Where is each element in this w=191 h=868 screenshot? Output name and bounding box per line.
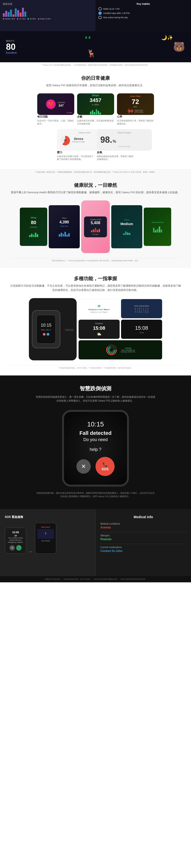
- medical-conditions-label: Medical conditions: [101, 523, 187, 525]
- daily-health-subtitle: 使用 Galaxy Fit3 追蹤你的日常健康，從每日活動到血氧偵測，維持高品質…: [9, 83, 182, 88]
- feature-label-heartrate: 心率: [117, 115, 154, 119]
- legend-val-deep: 1h 8m: [45, 18, 51, 20]
- sp4-value: Medium: [121, 222, 133, 226]
- legend-label-awake: Awake: [5, 18, 11, 20]
- feature-item-daily-activity: ❤️ Calories 247 87 bpm 每日活動 包含步行一天的卡路里、心…: [37, 93, 74, 125]
- fall-sos-button[interactable]: 📞 SOS: [96, 457, 115, 476]
- score-text: Excellent: [6, 51, 76, 54]
- sos-watch1-text: Your location will be shared with your e…: [7, 537, 24, 543]
- hr-waveform: Higher thanlast reading: [128, 109, 143, 114]
- fmc-activity-sub: Move 320/400 cal: [121, 349, 136, 351]
- score-label: 睡眠評分: [6, 39, 76, 42]
- fmc-calendar: MTWTFSS 1234567 891011121314: [135, 308, 149, 313]
- sleep-bar-8: [20, 12, 22, 17]
- medical-title: Medical info: [101, 515, 187, 519]
- habit-circle-3: [99, 16, 102, 19]
- arrow-icon: →: [29, 550, 33, 554]
- stress-info: Stress Medium-high: [72, 137, 85, 143]
- feature-label-steps: 步數: [77, 115, 114, 119]
- deer-icon: 🦌: [87, 49, 96, 58]
- habit-circle-1: [99, 7, 102, 10]
- sos-phone-icon: 📞: [103, 462, 108, 467]
- sleep-score-section: 睡眠評分 80 Excellent 🌙✨ 🦌 🐻 🌲🌲: [0, 31, 191, 62]
- spo2-sub: Normal range: [100, 145, 149, 148]
- feature-mini-card-activity: Activity Move 320/400 cal Exercise 25/30…: [79, 340, 162, 360]
- fmc-activity-content: Activity Move 320/400 cal Exercise 25/30…: [106, 344, 136, 356]
- bottom-footnote: * 圖像用於示範說明用。 * 功能及規格如有更改，恕不另行通知。 * 某些功能可…: [0, 576, 191, 583]
- habit-item-2: Avoided naps after 1:30 PM: [99, 11, 188, 15]
- fall-buttons: ✕ 📞 SOS: [76, 457, 115, 476]
- heart-stats: Calories 247: [57, 101, 65, 107]
- sos-title: SOS 緊急服務: [5, 515, 91, 519]
- wave-3: [130, 110, 130, 112]
- legend-label-deep: Deep: [40, 18, 45, 20]
- health-status-subtitle: 透過手機上的 Samsung Health 應用程式可以更了解您的運動數據、健康…: [9, 190, 182, 195]
- sp1-score: 80: [31, 220, 36, 225]
- wave-1: [128, 111, 128, 112]
- hr-label: Heart Rate: [130, 95, 141, 97]
- medical-divider-1: [101, 532, 187, 532]
- feature-item-stress: Stress Level 45 Stress Medium-high 壓力 記錄…: [57, 129, 94, 161]
- sp4-label: Stress: [124, 219, 130, 221]
- sos-watch1-line2: 19: [14, 534, 17, 537]
- hr-unit: bpm: [133, 105, 137, 108]
- mf-footnote-text: ***功能及規格如有更改，恕不另行通知。*TC指定供電適用。*TC地區限制適用。…: [58, 367, 133, 369]
- moon-stars-icon: 🌙✨: [161, 35, 173, 40]
- feature-mini-card-weather: Weather 15:08 ⛅: [79, 320, 120, 339]
- sos-watch2-alert: SOS Alert: [41, 526, 50, 528]
- sleep-bar-6: [15, 8, 17, 17]
- feature-desc-stress: 記錄你每天的壓力程度，可以更有效了解下面的壓力與回應措施。: [57, 155, 94, 161]
- sleep-bars-chart: [3, 7, 92, 17]
- pww-chart: [86, 225, 105, 232]
- score-value: 80: [6, 42, 76, 51]
- habit-label-3: Was active during the day: [103, 16, 128, 19]
- habit-label-1: Wake up at 7 AM: [103, 8, 119, 10]
- fall-watch-container: 10:15 Fall detected Do you need help ? ✕…: [9, 410, 182, 487]
- watch-label: 家教消息: [61, 329, 74, 332]
- phone-watch-widget: Galaxy Fit3 5,408 32 bpm: [84, 216, 107, 237]
- feature-desc-steps: 記錄你每天的步數，並且讓您輕鬆達成日常健康目標。: [77, 119, 114, 125]
- screen-placeholder-5: WorkoutsPaid: [144, 208, 171, 246]
- key-habits-section: Key habits Wake up at 7 AM Avoided naps …: [96, 0, 191, 31]
- feature-label-activity: 每日活動: [37, 115, 74, 119]
- sp2-steps: 4,390: [60, 220, 69, 224]
- fall-cancel-button[interactable]: ✕: [76, 459, 91, 474]
- daily-health-title: 你的日常健康: [9, 75, 182, 82]
- steps-bar-1: [90, 112, 91, 115]
- footnote-daily-health: ***此資訊僅供一般資訊目的，不應被視為醫療建議。在改變您的健康計劃之前，請諮詢…: [35, 171, 156, 173]
- spo2-value-row: 98. %: [100, 135, 149, 145]
- pww-label: Galaxy Fit3: [86, 218, 105, 221]
- map-icon: 📍: [44, 532, 47, 535]
- feature-card-steps: Steps 3457 4.18km: [77, 93, 114, 115]
- steps-bar-6: [100, 113, 101, 115]
- medical-right: Medical info Medical conditions Anemia A…: [96, 509, 191, 576]
- fmc-sos-month: SOS December: [134, 305, 149, 307]
- health-screen-5: WorkoutsPaid: [144, 208, 171, 246]
- hr-value: 72: [131, 98, 139, 105]
- stress-sub: Medium-high: [72, 141, 85, 143]
- legend-val-awake: 30m: [11, 18, 15, 20]
- bottom-footnote-text: * 圖像用於示範說明用。 * 功能及規格如有更改，恕不另行通知。 * 某些功能可…: [44, 578, 147, 580]
- sos-call-btn[interactable]: 📞: [16, 545, 22, 551]
- sleep-bar-9: [22, 8, 24, 17]
- watch-icon-activity: ↑: [46, 333, 49, 336]
- fmc-activity-stats: Activity Move 320/400 cal Exercise 25/30…: [121, 347, 136, 353]
- legend-dot-rem: [28, 18, 29, 20]
- fmc-map-icon: 🗺️: [98, 305, 101, 308]
- watch-icons-row: ♥ ↑: [43, 333, 49, 336]
- watch-time-display: 10:15: [41, 323, 51, 328]
- legend-dot-awake: [3, 18, 4, 20]
- sos-left: SOS 緊急服務 10:08 19 Your location will be …: [0, 509, 96, 576]
- feature-cards-row-1: ❤️ Calories 247 87 bpm 每日活動 包含步行一天的卡路里、心…: [9, 93, 182, 125]
- sos-cancel-btn[interactable]: ✕: [9, 545, 15, 551]
- fmc-clock-time: 15:08: [135, 325, 148, 331]
- watch-screen: 10:15 Mon, Dec 4 ♥ ↑: [37, 315, 55, 344]
- steps-bar-4: [96, 109, 97, 115]
- sp1-chart: [29, 230, 38, 237]
- fmc-clock-label: 15:08: [140, 332, 144, 334]
- sos-watch-1: 10:08 19 Your location will be shared wi…: [5, 527, 26, 554]
- spo2-value: 98.: [100, 135, 112, 145]
- legend-awake: Awake 30m: [3, 18, 15, 20]
- fall-watch: 10:15 Fall detected Do you need help ? ✕…: [62, 410, 129, 487]
- footnote-divider-2: ***此資訊僅供一般資訊目的，不應被視為醫療建議。在改變您的健康計劃之前，請諮詢…: [0, 169, 191, 175]
